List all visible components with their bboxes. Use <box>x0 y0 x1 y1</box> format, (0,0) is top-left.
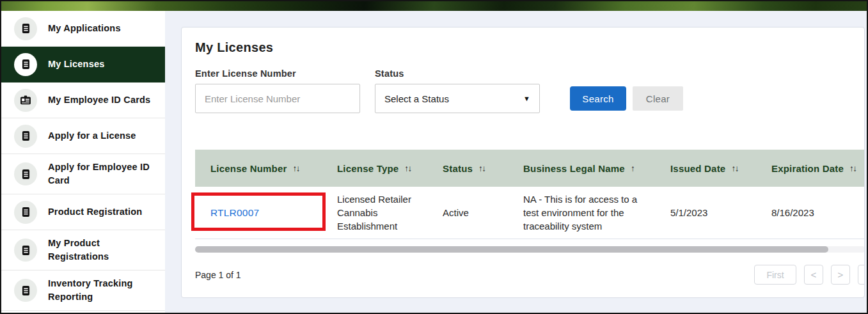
next-page-button[interactable]: > <box>831 265 850 285</box>
column-header-license-type[interactable]: License Type ↑↓ <box>328 150 434 187</box>
document-icon <box>14 201 37 224</box>
license-number-link[interactable]: RTLR0007 <box>210 207 259 218</box>
business-legal-name-cell: NA - This is for access to a test enviro… <box>514 189 661 237</box>
sort-icon: ↑↓ <box>849 164 856 173</box>
pagination: First < > <box>754 265 865 285</box>
horizontal-scrollbar-track[interactable] <box>195 246 865 253</box>
document-icon <box>14 53 37 76</box>
license-number-label: Enter License Number <box>195 68 360 79</box>
licenses-table: License Number ↑↓ License Type ↑↓ Status… <box>195 150 865 239</box>
sidebar-item-product-registration[interactable]: Product Registration <box>1 194 165 230</box>
horizontal-scrollbar-thumb[interactable] <box>195 246 828 253</box>
app-window: My Applications My Licenses My Employee … <box>0 0 868 314</box>
sidebar-item-my-employee-id-cards[interactable]: My Employee ID Cards <box>1 82 165 118</box>
column-header-issued-date[interactable]: Issued Date ↑↓ <box>661 150 762 187</box>
last-page-button-clipped[interactable] <box>858 265 865 285</box>
clear-button[interactable]: Clear <box>633 86 683 111</box>
sidebar: My Applications My Licenses My Employee … <box>1 11 165 313</box>
my-licenses-card: My Licenses Enter License Number Status … <box>181 27 865 298</box>
sort-icon: ↑↓ <box>478 164 485 173</box>
chevron-down-icon: ▼ <box>523 95 530 102</box>
table-row: RTLR0007 Licensed Retailer Cannabis Esta… <box>195 187 865 239</box>
sidebar-item-label: My Licenses <box>48 58 104 71</box>
table-header-row: License Number ↑↓ License Type ↑↓ Status… <box>195 150 865 187</box>
sort-asc-icon: ↑ <box>631 164 634 173</box>
search-button[interactable]: Search <box>570 86 626 111</box>
sidebar-item-label: Inventory Tracking Reporting <box>48 277 156 304</box>
status-select[interactable]: Select a Status ▼ <box>375 84 540 113</box>
sidebar-item-label: My Applications <box>48 22 121 35</box>
sidebar-item-apply-for-employee-id-card[interactable]: Apply for Employee ID Card <box>1 154 165 194</box>
sidebar-item-my-applications[interactable]: My Applications <box>1 11 165 47</box>
license-number-input[interactable] <box>195 84 360 113</box>
sidebar-item-inventory-tracking-reporting[interactable]: Inventory Tracking Reporting <box>1 271 165 311</box>
status-select-value: Select a Status <box>384 93 449 104</box>
sort-icon: ↑↓ <box>293 164 300 173</box>
sidebar-item-label: Apply for Employee ID Card <box>48 161 156 187</box>
issued-date-cell: 5/1/2023 <box>661 202 762 223</box>
column-header-status[interactable]: Status ↑↓ <box>434 150 514 187</box>
license-type-cell: Licensed Retailer Cannabis Establishment <box>328 189 434 237</box>
document-icon <box>14 162 37 185</box>
filter-bar: Enter License Number Status Select a Sta… <box>195 68 864 113</box>
sidebar-item-label: My Employee ID Cards <box>48 93 150 107</box>
column-header-business-legal-name[interactable]: Business Legal Name ↑ <box>514 150 661 187</box>
main-content: My Licenses Enter License Number Status … <box>165 11 867 313</box>
sidebar-item-label: Apply for a License <box>48 129 136 143</box>
column-header-expiration-date[interactable]: Expiration Date ↑↓ <box>762 150 865 187</box>
sidebar-item-label: Product Registration <box>48 205 142 219</box>
document-icon <box>14 279 37 302</box>
sidebar-item-my-licenses[interactable]: My Licenses <box>1 47 165 82</box>
status-cell: Active <box>434 202 514 223</box>
status-label: Status <box>375 68 540 79</box>
document-icon <box>14 125 37 148</box>
first-page-button[interactable]: First <box>754 265 796 285</box>
page-info: Page 1 of 1 <box>195 270 241 280</box>
document-icon <box>14 239 37 262</box>
sidebar-item-my-product-registrations[interactable]: My Product Registrations <box>1 230 165 271</box>
expiration-date-cell: 8/16/2023 <box>762 202 865 223</box>
column-header-license-number[interactable]: License Number ↑↓ <box>195 150 328 187</box>
sort-icon: ↑↓ <box>404 164 411 173</box>
document-icon <box>14 17 37 40</box>
page-title: My Licenses <box>195 40 864 55</box>
sidebar-item-label: My Product Registrations <box>48 237 156 263</box>
previous-page-button[interactable]: < <box>804 265 823 285</box>
id-card-icon <box>14 89 37 112</box>
header-photo-banner <box>1 1 867 11</box>
sidebar-item-apply-for-a-license[interactable]: Apply for a License <box>1 118 165 154</box>
sort-icon: ↑↓ <box>731 164 738 173</box>
